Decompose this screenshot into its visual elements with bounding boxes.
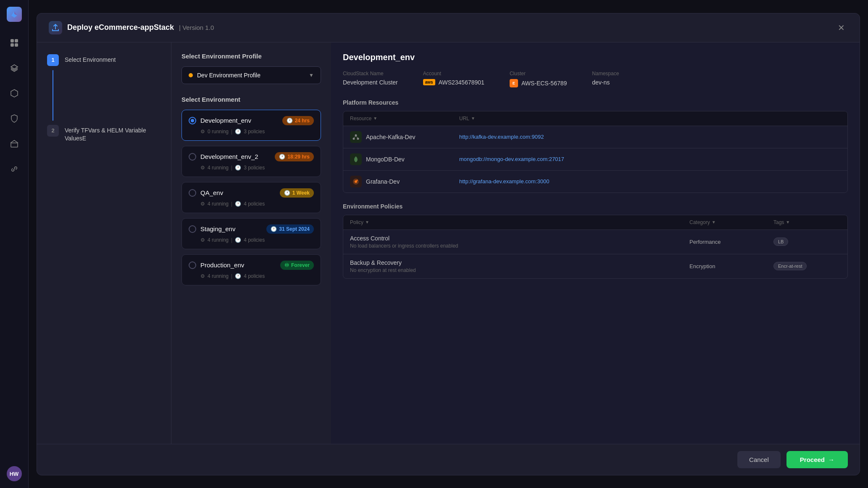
env-card-staging[interactable]: Staging_env 🕐 31 Sept 2024 ⚙ 4 running — [181, 218, 321, 249]
arrow-right-icon: → — [828, 456, 834, 463]
radio-qa[interactable] — [189, 189, 196, 197]
modal-title: Deploy eCommerce-appStack — [67, 23, 174, 32]
env-meta-production: ⚙ 4 running | 🕐 4 policies — [189, 273, 314, 279]
env-badge-qa: 🕐 1 Week — [280, 188, 314, 198]
clock-icon-2: 🕐 — [279, 154, 285, 160]
svg-line-9 — [356, 136, 358, 138]
svg-rect-3 — [15, 43, 18, 47]
env-badge-staging: 🕐 31 Sept 2024 — [266, 224, 314, 234]
tag-encr: Encr-at-rest — [773, 262, 807, 270]
step-2-badge: 2 — [47, 125, 59, 137]
main-content: Deploy eCommerce-appStack | Version 1.0 … — [29, 0, 868, 488]
modal-header-left: Deploy eCommerce-appStack | Version 1.0 — [49, 21, 214, 34]
profile-select[interactable]: Dev Environment Profile ▼ — [181, 66, 321, 84]
profile-section-title: Select Environment Profile — [181, 53, 321, 60]
radio-development[interactable] — [189, 117, 196, 124]
radio-development2[interactable] — [189, 153, 196, 161]
env-meta-staging: ⚙ 4 running | 🕐 4 policies — [189, 237, 314, 243]
namespace-label: Namespace — [592, 71, 619, 76]
env-card-header-production: Production_env ♾ Forever — [189, 261, 314, 270]
cloudstack-label: CloudStack Name — [343, 71, 398, 76]
env-card-development2[interactable]: Development_env_2 🕐 18:29 hrs ⚙ 4 runnin… — [181, 146, 321, 177]
env-section-title: Select Environment — [181, 96, 321, 103]
kafka-url[interactable]: http://kafka-dev.example.com:9092 — [459, 134, 841, 140]
svg-rect-2 — [11, 43, 14, 47]
profile-label: Dev Environment Profile — [197, 72, 305, 79]
env-list-section: Select Environment Profile Dev Environme… — [171, 42, 331, 444]
tags-backup: Encr-at-rest — [773, 262, 841, 270]
sidebar-icon-bank[interactable] — [6, 135, 23, 152]
env-card-title-row-staging: Staging_env — [189, 225, 235, 233]
deploy-modal: Deploy eCommerce-appStack | Version 1.0 … — [37, 13, 860, 475]
sidebar-icon-hexagon[interactable] — [6, 85, 23, 102]
env-name-qa: QA_env — [200, 189, 223, 196]
policy-cell-backup: Backup & Recovery No encryption at rest … — [350, 259, 689, 273]
grafana-icon — [350, 176, 362, 187]
content-panel: Select Environment Profile Dev Environme… — [171, 42, 860, 444]
env-name-development: Development_env — [200, 117, 251, 124]
svg-rect-4 — [11, 143, 18, 147]
account-value: aws AWS2345678901 — [423, 79, 484, 86]
url-filter-icon[interactable]: ▼ — [471, 116, 475, 121]
proceed-button[interactable]: Proceed → — [786, 451, 848, 468]
env-card-title-row: Development_env — [189, 117, 251, 124]
sidebar-icon-shield[interactable] — [6, 110, 23, 127]
env-card-header-qa: QA_env 🕐 1 Week — [189, 188, 314, 198]
profile-select-wrapper: Dev Environment Profile ▼ — [181, 66, 321, 84]
step-1: 1 Select Environment — [47, 54, 161, 66]
mongo-url[interactable]: mongodb://mongo-dev.example.com:27017 — [459, 156, 841, 162]
svg-point-6 — [353, 137, 355, 140]
svg-rect-0 — [11, 39, 14, 42]
resource-cell-kafka: Apache-Kafka-Dev — [350, 131, 459, 143]
detail-panel: Development_env CloudStack Name Developm… — [331, 42, 860, 444]
chevron-down-icon: ▼ — [309, 72, 314, 78]
platform-resources-title: Platform Resources — [343, 99, 848, 106]
close-button[interactable]: ✕ — [834, 21, 848, 34]
env-card-title-row-production: Production_env — [189, 261, 244, 269]
modal-version: | Version 1.0 — [179, 24, 214, 31]
detail-meta-row: CloudStack Name Development Cluster Acco… — [343, 71, 848, 87]
user-avatar[interactable]: HW — [7, 466, 22, 481]
env-card-qa[interactable]: QA_env 🕐 1 Week ⚙ 4 running | — [181, 182, 321, 213]
env-badge-development: 🕐 24 hrs — [282, 116, 314, 125]
cluster-label: Cluster — [510, 71, 567, 76]
svg-point-12 — [357, 179, 358, 181]
cluster-col: Cluster E AWS-ECS-56789 — [510, 71, 567, 87]
env-card-production[interactable]: Production_env ♾ Forever ⚙ 4 running — [181, 254, 321, 285]
app-logo — [7, 7, 22, 22]
radio-production[interactable] — [189, 261, 196, 269]
sidebar-icon-grid[interactable] — [6, 34, 23, 51]
env-card-title-row-2: Development_env_2 — [189, 153, 258, 161]
running-icon-production: ⚙ — [200, 273, 205, 279]
policy-desc-backup: No encryption at rest enabled — [350, 267, 689, 273]
sidebar-icon-layers[interactable] — [6, 60, 23, 76]
radio-staging[interactable] — [189, 225, 196, 233]
resource-row-kafka: Apache-Kafka-Dev http://kafka-dev.exampl… — [343, 126, 847, 148]
step-1-badge: 1 — [47, 54, 59, 66]
cancel-button[interactable]: Cancel — [737, 451, 781, 468]
resources-table: Resource ▼ URL ▼ — [343, 111, 848, 193]
modal-overlay: Deploy eCommerce-appStack | Version 1.0 … — [29, 0, 868, 488]
policy-filter-icon[interactable]: ▼ — [365, 220, 369, 224]
resource-cell-grafana: Grafana-Dev — [350, 176, 459, 187]
modal-body: 1 Select Environment 2 Verify TFVars & H… — [37, 42, 860, 444]
env-card-header-2: Development_env_2 🕐 18:29 hrs — [189, 152, 314, 161]
env-name-development2: Development_env_2 — [200, 153, 258, 160]
tags-filter-icon[interactable]: ▼ — [786, 220, 790, 224]
env-policies-title: Environment Policies — [343, 203, 848, 210]
clock-icon-staging: 🕐 — [271, 226, 277, 232]
policy-cell-access: Access Control No load balancers or ingr… — [350, 235, 689, 249]
ecs-badge: E — [510, 79, 518, 87]
filter-icon[interactable]: ▼ — [373, 116, 377, 121]
env-card-development[interactable]: Development_env 🕐 24 hrs ⚙ 0 running — [181, 110, 321, 141]
category-access: Performance — [689, 239, 773, 245]
policy-col-header: Policy ▼ — [350, 219, 689, 225]
sidebar-icon-link[interactable] — [6, 161, 23, 177]
svg-point-5 — [355, 134, 357, 136]
step-2-label: Verify TFVars & HELM Variable ValuesE — [65, 125, 161, 143]
step-2: 2 Verify TFVars & HELM Variable ValuesE — [47, 125, 161, 143]
category-filter-icon[interactable]: ▼ — [712, 220, 716, 224]
modal-header: Deploy eCommerce-appStack | Version 1.0 … — [37, 13, 860, 42]
profile-dot — [189, 73, 193, 77]
grafana-url[interactable]: http://grafana-dev.example.com:3000 — [459, 178, 841, 185]
